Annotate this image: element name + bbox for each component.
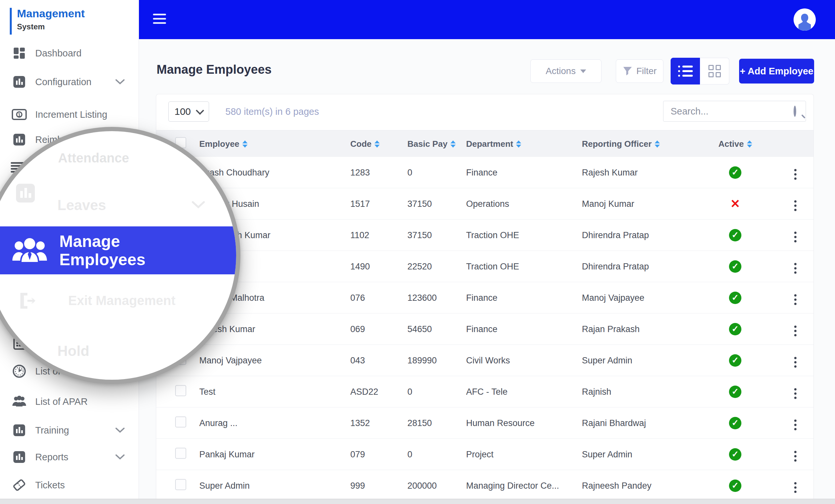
basic-pay: 37150: [407, 199, 432, 209]
sort-icon[interactable]: [242, 140, 248, 147]
sidebar-item-tickets[interactable]: Tickets: [0, 475, 138, 496]
row-checkbox[interactable]: [175, 447, 186, 459]
column-header-basic-pay[interactable]: Basic Pay: [407, 139, 456, 149]
department: Human Resource: [466, 418, 535, 428]
sort-icon[interactable]: [450, 140, 456, 147]
horizontal-scrollbar[interactable]: [0, 499, 835, 504]
hamburger-menu-icon[interactable]: [153, 14, 166, 25]
row-checkbox[interactable]: [175, 416, 186, 427]
view-toggle-group: [671, 58, 729, 84]
sort-icon[interactable]: [747, 140, 752, 147]
sidebar-item-list-of-apar[interactable]: List of APAR: [0, 391, 138, 412]
row-menu-button[interactable]: [792, 230, 798, 244]
sort-icon[interactable]: [655, 140, 660, 147]
row-menu-button[interactable]: [792, 480, 798, 495]
sidebar-item-manage-employees-active[interactable]: Manage Employees: [0, 226, 240, 274]
dashboard-icon: [12, 46, 27, 61]
sidebar-item-dashboard[interactable]: Dashboard: [0, 43, 138, 64]
page-size-select[interactable]: 100: [168, 101, 209, 122]
department: Finance: [466, 293, 497, 303]
grid-view-toggle[interactable]: [700, 58, 729, 84]
items-count-text: 580 item(s) in 6 pages: [225, 101, 319, 122]
table-row: Pankaj Kumar 079 0 Project Super Admin: [156, 439, 813, 470]
row-menu-button[interactable]: [792, 261, 798, 276]
row-checkbox[interactable]: [175, 385, 186, 396]
column-header-employee[interactable]: Employee: [199, 139, 248, 149]
table-row: p 1490 22520 Traction OHE Dhirendra Prat…: [156, 251, 813, 282]
department: Managing Director Ce...: [466, 481, 559, 491]
employee-code: 043: [350, 355, 365, 365]
column-header-active[interactable]: Active: [708, 139, 763, 149]
ghost-chevron-down-icon: [192, 201, 205, 209]
add-employee-button[interactable]: + Add Employee: [739, 59, 814, 83]
table-row: ajesh Kumar 069 54650 Finance Rajan Prak…: [156, 314, 813, 345]
filter-button-label: Filter: [636, 66, 657, 76]
reporting-officer: Rajneesh Pandey: [582, 481, 651, 491]
row-menu-button[interactable]: [792, 167, 798, 182]
sidebar-item-increment-listing[interactable]: 1 Increment Listing: [0, 104, 138, 125]
funnel-icon: [623, 66, 632, 76]
row-menu-button[interactable]: [792, 449, 798, 464]
filter-button[interactable]: Filter: [616, 59, 664, 83]
actions-button[interactable]: Actions: [530, 59, 602, 83]
ghost-chart-icon: [15, 183, 36, 204]
sidebar-item-reports[interactable]: Reports: [0, 447, 138, 467]
sidebar-item-label: Tickets: [35, 480, 65, 491]
logo-subtitle: System: [17, 22, 45, 31]
list-view-toggle[interactable]: [671, 58, 700, 84]
row-menu-button[interactable]: [792, 292, 798, 307]
sidebar-item-training[interactable]: Training: [0, 420, 138, 441]
ghost-exit-icon: [19, 292, 36, 309]
search-icon[interactable]: [794, 106, 796, 117]
banknote-icon: 1: [12, 107, 27, 122]
active-status-icon: [729, 386, 741, 398]
chart-icon: [12, 74, 27, 89]
employee-name: Manoj Vajpayee: [199, 355, 262, 365]
active-status-icon: [729, 323, 741, 335]
grid-view-icon: [709, 65, 721, 77]
ticket-icon: [12, 478, 27, 492]
employee-code: 079: [350, 449, 365, 459]
sort-icon[interactable]: [374, 140, 380, 147]
app-logo: Management System: [10, 7, 121, 40]
basic-pay: 54650: [407, 324, 432, 334]
table-row: Super Admin 999 200000 Managing Director…: [156, 470, 813, 500]
row-menu-button[interactable]: [792, 198, 798, 213]
column-header-reporting-officer[interactable]: Reporting Officer: [582, 139, 660, 149]
employee-code: 1517: [350, 199, 370, 209]
employees-card: 100 580 item(s) in 6 pages Employee Code…: [156, 94, 814, 500]
user-avatar[interactable]: [794, 8, 816, 31]
column-header-code[interactable]: Code: [350, 139, 380, 149]
row-menu-button[interactable]: [792, 355, 798, 369]
table-row: abh Kumar 1102 37150 Traction OHE Dhiren…: [156, 220, 813, 251]
employee-name: Pankaj Kumar: [199, 449, 255, 459]
reporting-officer: Rajan Prakash: [582, 324, 639, 334]
department: Civil Works: [466, 355, 510, 365]
row-menu-button[interactable]: [792, 418, 798, 432]
row-menu-button[interactable]: [792, 324, 798, 338]
sidebar-item-configuration[interactable]: Configuration: [0, 72, 138, 92]
ghost-item-exit-management: Exit Management: [68, 293, 176, 308]
reporting-officer: Rajesh Kumar: [582, 167, 638, 178]
table-header: Employee Code Basic Pay Department Repor…: [156, 130, 813, 158]
basic-pay: 189990: [407, 355, 437, 365]
active-status-icon: [729, 229, 741, 241]
basic-pay: 0: [407, 449, 412, 459]
actions-button-label: Actions: [546, 66, 576, 76]
employee-code: 1102: [350, 230, 369, 240]
topbar: [139, 0, 835, 39]
people-icon: [12, 394, 27, 409]
row-checkbox[interactable]: [175, 479, 186, 490]
chart-icon: [12, 132, 27, 147]
chevron-down-icon: [196, 106, 204, 115]
page-title: Manage Employees: [157, 63, 272, 77]
sort-icon[interactable]: [516, 140, 521, 147]
logo-accent-bar: [10, 8, 12, 35]
row-menu-button[interactable]: [792, 386, 798, 401]
search-input[interactable]: [664, 106, 794, 117]
sidebar-item-label: Reports: [35, 452, 68, 463]
basic-pay: 0: [407, 167, 412, 178]
column-header-department[interactable]: Department: [466, 139, 521, 149]
employee-code: 1283: [350, 167, 370, 178]
reporting-officer: Dhirendra Pratap: [582, 261, 649, 271]
